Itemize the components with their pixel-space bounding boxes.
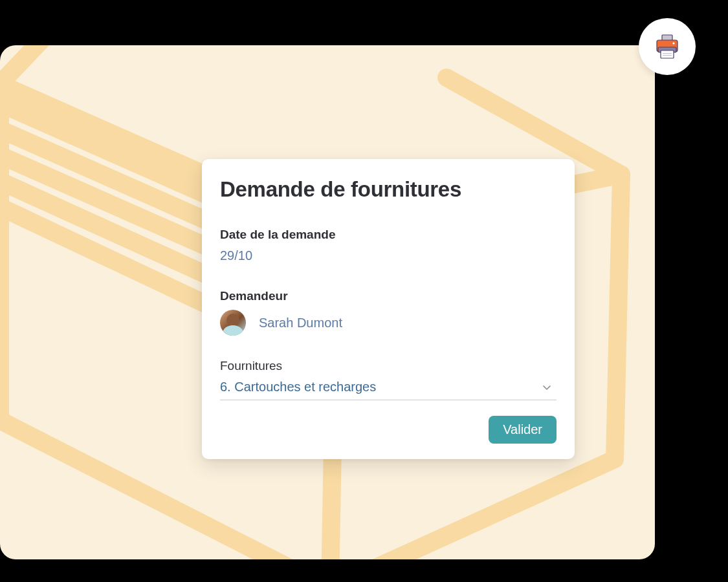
supplies-select[interactable]: 6. Cartouches et recharges	[220, 380, 557, 400]
supplies-label: Fournitures	[220, 359, 557, 373]
chevron-down-icon	[541, 382, 553, 393]
svg-rect-5	[663, 55, 672, 56]
svg-rect-6	[663, 53, 672, 54]
svg-rect-3	[661, 50, 674, 58]
printer-icon	[653, 32, 681, 61]
validate-button[interactable]: Valider	[489, 416, 557, 444]
date-label: Date de la demande	[220, 228, 557, 242]
card-title: Demande de fournitures	[220, 177, 557, 202]
supply-request-card: Demande de fournitures Date de la demand…	[202, 159, 575, 459]
date-value: 29/10	[220, 248, 557, 263]
requester-row: Sarah Dumont	[220, 310, 557, 336]
button-row: Valider	[220, 416, 557, 444]
print-button[interactable]	[639, 18, 696, 75]
requester-label: Demandeur	[220, 289, 557, 303]
avatar	[220, 310, 246, 336]
svg-point-4	[672, 42, 674, 44]
requester-name: Sarah Dumont	[259, 316, 342, 330]
supplies-selected-value: 6. Cartouches et recharges	[220, 380, 376, 394]
